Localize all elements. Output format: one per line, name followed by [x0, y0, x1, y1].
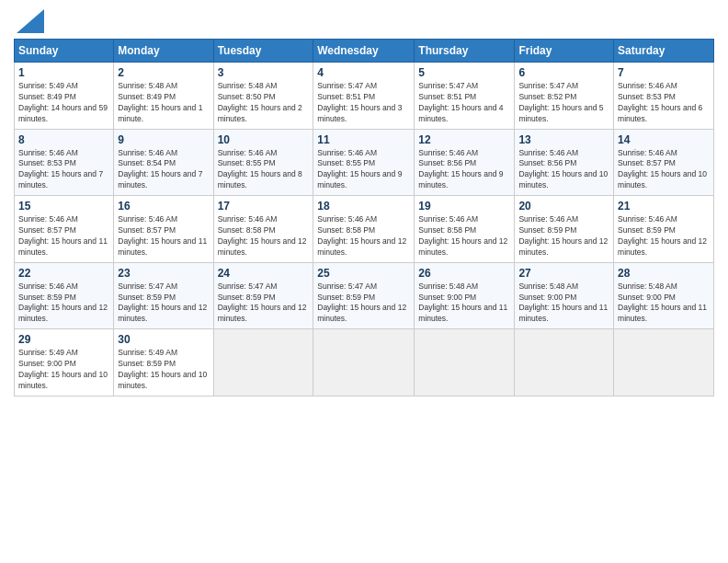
calendar-cell: 3Sunrise: 5:48 AMSunset: 8:50 PMDaylight…: [213, 63, 313, 130]
day-number: 15: [18, 200, 109, 213]
day-info: Sunrise: 5:46 AMSunset: 8:57 PMDaylight:…: [118, 214, 209, 259]
calendar-cell: 14Sunrise: 5:46 AMSunset: 8:57 PMDayligh…: [614, 129, 714, 196]
day-header-thursday: Thursday: [415, 40, 515, 63]
calendar-cell: 5Sunrise: 5:47 AMSunset: 8:51 PMDaylight…: [415, 63, 515, 130]
day-number: 13: [518, 133, 609, 146]
day-number: 19: [418, 200, 510, 213]
calendar-cell: 17Sunrise: 5:46 AMSunset: 8:58 PMDayligh…: [213, 196, 313, 263]
day-number: 16: [118, 200, 209, 213]
day-number: 7: [618, 66, 710, 79]
day-number: 22: [18, 267, 109, 280]
day-number: 6: [518, 66, 609, 79]
calendar-cell: 7Sunrise: 5:46 AMSunset: 8:53 PMDaylight…: [614, 63, 714, 130]
day-info: Sunrise: 5:49 AMSunset: 9:00 PMDaylight:…: [18, 348, 109, 392]
calendar-cell: 18Sunrise: 5:46 AMSunset: 8:58 PMDayligh…: [313, 196, 415, 263]
day-info: Sunrise: 5:48 AMSunset: 9:00 PMDaylight:…: [618, 282, 710, 326]
day-info: Sunrise: 5:49 AMSunset: 8:59 PMDaylight:…: [118, 348, 209, 392]
logo-icon: [17, 9, 44, 33]
day-info: Sunrise: 5:47 AMSunset: 8:51 PMDaylight:…: [418, 81, 510, 125]
day-number: 30: [118, 333, 209, 346]
calendar-cell: 16Sunrise: 5:46 AMSunset: 8:57 PMDayligh…: [114, 196, 213, 263]
calendar-cell: 13Sunrise: 5:46 AMSunset: 8:56 PMDayligh…: [515, 129, 614, 196]
logo: [14, 9, 44, 33]
day-info: Sunrise: 5:46 AMSunset: 8:58 PMDaylight:…: [317, 214, 410, 259]
calendar-cell: 21Sunrise: 5:46 AMSunset: 8:59 PMDayligh…: [614, 196, 714, 263]
day-info: Sunrise: 5:46 AMSunset: 8:58 PMDaylight:…: [218, 214, 310, 259]
day-number: 27: [518, 267, 609, 280]
day-header-tuesday: Tuesday: [213, 40, 313, 63]
day-number: 18: [317, 200, 410, 213]
day-info: Sunrise: 5:46 AMSunset: 8:53 PMDaylight:…: [18, 148, 109, 192]
calendar-cell: 19Sunrise: 5:46 AMSunset: 8:58 PMDayligh…: [415, 196, 515, 263]
calendar-week-row: 1Sunrise: 5:49 AMSunset: 8:49 PMDaylight…: [15, 63, 714, 130]
day-info: Sunrise: 5:46 AMSunset: 8:54 PMDaylight:…: [118, 148, 209, 192]
calendar-cell: 6Sunrise: 5:47 AMSunset: 8:52 PMDaylight…: [515, 63, 614, 130]
calendar-header-row: SundayMondayTuesdayWednesdayThursdayFrid…: [15, 40, 714, 63]
day-number: 29: [18, 333, 109, 346]
calendar-cell: [515, 329, 614, 396]
calendar-week-row: 15Sunrise: 5:46 AMSunset: 8:57 PMDayligh…: [15, 196, 714, 263]
calendar-week-row: 8Sunrise: 5:46 AMSunset: 8:53 PMDaylight…: [15, 129, 714, 196]
day-header-wednesday: Wednesday: [313, 40, 415, 63]
day-number: 1: [18, 66, 109, 79]
calendar-cell: 10Sunrise: 5:46 AMSunset: 8:55 PMDayligh…: [213, 129, 313, 196]
calendar-week-row: 22Sunrise: 5:46 AMSunset: 8:59 PMDayligh…: [15, 262, 714, 329]
day-info: Sunrise: 5:46 AMSunset: 8:53 PMDaylight:…: [618, 81, 710, 125]
day-number: 11: [317, 133, 410, 146]
day-info: Sunrise: 5:47 AMSunset: 8:59 PMDaylight:…: [118, 282, 209, 326]
day-number: 20: [518, 200, 609, 213]
day-number: 26: [418, 267, 510, 280]
calendar-cell: 24Sunrise: 5:47 AMSunset: 8:59 PMDayligh…: [213, 262, 313, 329]
day-info: Sunrise: 5:46 AMSunset: 8:59 PMDaylight:…: [618, 214, 710, 259]
calendar-cell: 1Sunrise: 5:49 AMSunset: 8:49 PMDaylight…: [15, 63, 114, 130]
calendar-cell: 11Sunrise: 5:46 AMSunset: 8:55 PMDayligh…: [313, 129, 415, 196]
day-number: 23: [118, 267, 209, 280]
header: [14, 9, 714, 33]
calendar-cell: 9Sunrise: 5:46 AMSunset: 8:54 PMDaylight…: [114, 129, 213, 196]
calendar-cell: [614, 329, 714, 396]
calendar-cell: 20Sunrise: 5:46 AMSunset: 8:59 PMDayligh…: [515, 196, 614, 263]
calendar-cell: [313, 329, 415, 396]
day-number: 24: [218, 267, 310, 280]
calendar-cell: 2Sunrise: 5:48 AMSunset: 8:49 PMDaylight…: [114, 63, 213, 130]
day-info: Sunrise: 5:48 AMSunset: 9:00 PMDaylight:…: [418, 282, 510, 326]
calendar-week-row: 29Sunrise: 5:49 AMSunset: 9:00 PMDayligh…: [15, 329, 714, 396]
day-info: Sunrise: 5:46 AMSunset: 8:57 PMDaylight:…: [18, 214, 109, 259]
calendar-cell: 25Sunrise: 5:47 AMSunset: 8:59 PMDayligh…: [313, 262, 415, 329]
day-number: 28: [618, 267, 710, 280]
day-info: Sunrise: 5:49 AMSunset: 8:49 PMDaylight:…: [18, 81, 109, 125]
calendar-table: SundayMondayTuesdayWednesdayThursdayFrid…: [14, 39, 714, 396]
calendar-cell: 26Sunrise: 5:48 AMSunset: 9:00 PMDayligh…: [415, 262, 515, 329]
day-number: 9: [118, 133, 209, 146]
day-number: 4: [317, 66, 410, 79]
day-header-sunday: Sunday: [15, 40, 114, 63]
day-number: 5: [418, 66, 510, 79]
calendar-cell: [415, 329, 515, 396]
calendar-cell: 27Sunrise: 5:48 AMSunset: 9:00 PMDayligh…: [515, 262, 614, 329]
day-header-saturday: Saturday: [614, 40, 714, 63]
day-number: 10: [218, 133, 310, 146]
day-number: 17: [218, 200, 310, 213]
calendar-cell: 29Sunrise: 5:49 AMSunset: 9:00 PMDayligh…: [15, 329, 114, 396]
calendar-cell: 8Sunrise: 5:46 AMSunset: 8:53 PMDaylight…: [15, 129, 114, 196]
page: SundayMondayTuesdayWednesdayThursdayFrid…: [0, 0, 728, 563]
day-info: Sunrise: 5:46 AMSunset: 8:59 PMDaylight:…: [18, 282, 109, 326]
calendar-cell: 28Sunrise: 5:48 AMSunset: 9:00 PMDayligh…: [614, 262, 714, 329]
calendar-cell: 30Sunrise: 5:49 AMSunset: 8:59 PMDayligh…: [114, 329, 213, 396]
day-info: Sunrise: 5:46 AMSunset: 8:58 PMDaylight:…: [418, 214, 510, 259]
calendar-cell: 4Sunrise: 5:47 AMSunset: 8:51 PMDaylight…: [313, 63, 415, 130]
calendar-cell: 23Sunrise: 5:47 AMSunset: 8:59 PMDayligh…: [114, 262, 213, 329]
day-info: Sunrise: 5:47 AMSunset: 8:52 PMDaylight:…: [518, 81, 609, 125]
day-info: Sunrise: 5:46 AMSunset: 8:55 PMDaylight:…: [218, 148, 310, 192]
day-header-monday: Monday: [114, 40, 213, 63]
calendar-cell: 12Sunrise: 5:46 AMSunset: 8:56 PMDayligh…: [415, 129, 515, 196]
day-info: Sunrise: 5:46 AMSunset: 8:56 PMDaylight:…: [418, 148, 510, 192]
svg-marker-0: [17, 9, 44, 33]
day-number: 12: [418, 133, 510, 146]
day-number: 2: [118, 66, 209, 79]
calendar-cell: [213, 329, 313, 396]
day-info: Sunrise: 5:46 AMSunset: 8:55 PMDaylight:…: [317, 148, 410, 192]
day-info: Sunrise: 5:48 AMSunset: 8:49 PMDaylight:…: [118, 81, 209, 125]
day-info: Sunrise: 5:46 AMSunset: 8:57 PMDaylight:…: [618, 148, 710, 192]
day-info: Sunrise: 5:46 AMSunset: 8:56 PMDaylight:…: [518, 148, 609, 192]
